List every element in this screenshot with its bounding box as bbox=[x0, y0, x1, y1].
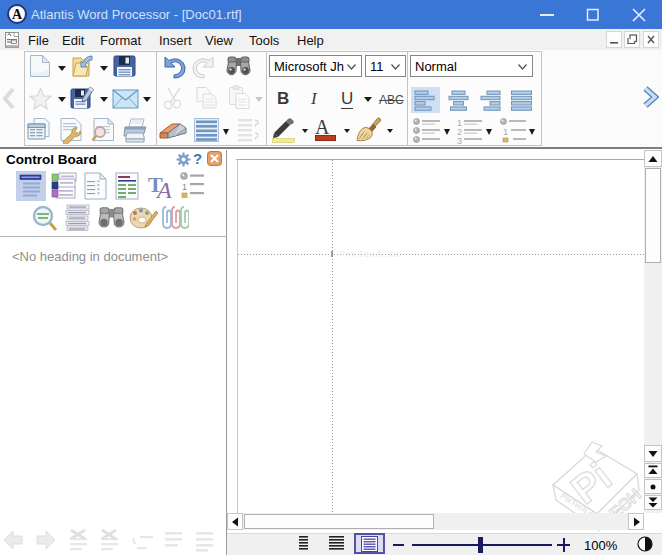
svg-text:3: 3 bbox=[457, 136, 462, 144]
svg-text:1: 1 bbox=[503, 127, 508, 137]
svg-text:A: A bbox=[12, 7, 23, 22]
svg-text:×: × bbox=[97, 191, 100, 196]
svg-text:1: 1 bbox=[182, 182, 187, 192]
svg-text:A: A bbox=[155, 177, 172, 200]
